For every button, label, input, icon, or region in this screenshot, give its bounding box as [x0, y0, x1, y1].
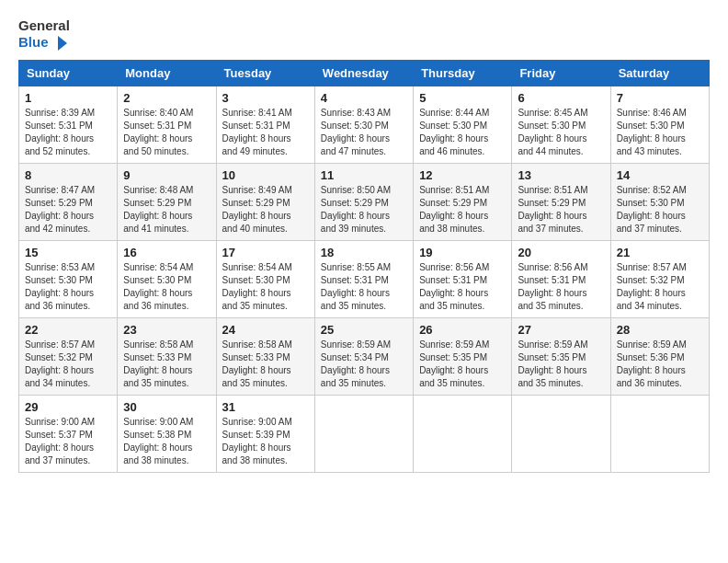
calendar-cell: 15Sunrise: 8:53 AM Sunset: 5:30 PM Dayli… — [19, 240, 118, 317]
day-number: 28 — [617, 323, 703, 337]
day-info: Sunrise: 8:46 AM Sunset: 5:30 PM Dayligh… — [617, 107, 703, 158]
day-info: Sunrise: 8:49 AM Sunset: 5:29 PM Dayligh… — [222, 184, 309, 236]
day-number: 18 — [321, 246, 407, 259]
day-number: 2 — [123, 91, 210, 105]
calendar-cell: 18Sunrise: 8:55 AM Sunset: 5:31 PM Dayli… — [314, 240, 413, 317]
calendar-cell: 12Sunrise: 8:51 AM Sunset: 5:29 PM Dayli… — [414, 163, 512, 240]
calendar-week-row: 1Sunrise: 8:39 AM Sunset: 5:31 PM Daylig… — [19, 86, 710, 163]
day-info: Sunrise: 8:41 AM Sunset: 5:31 PM Dayligh… — [222, 107, 309, 158]
calendar-cell: 24Sunrise: 8:58 AM Sunset: 5:33 PM Dayli… — [216, 317, 314, 395]
day-number: 15 — [25, 246, 111, 259]
day-number: 23 — [123, 323, 210, 337]
day-info: Sunrise: 8:56 AM Sunset: 5:31 PM Dayligh… — [419, 261, 506, 313]
day-info: Sunrise: 8:56 AM Sunset: 5:31 PM Dayligh… — [518, 261, 604, 313]
header-day-tuesday: Tuesday — [216, 60, 314, 86]
calendar-week-row: 8Sunrise: 8:47 AM Sunset: 5:29 PM Daylig… — [19, 163, 710, 240]
day-info: Sunrise: 8:54 AM Sunset: 5:30 PM Dayligh… — [123, 261, 210, 313]
header-day-sunday: Sunday — [19, 60, 118, 86]
day-number: 13 — [518, 168, 604, 182]
calendar-cell: 17Sunrise: 8:54 AM Sunset: 5:30 PM Dayli… — [216, 240, 314, 317]
day-info: Sunrise: 8:54 AM Sunset: 5:30 PM Dayligh… — [222, 261, 309, 313]
day-info: Sunrise: 8:57 AM Sunset: 5:32 PM Dayligh… — [25, 339, 111, 390]
day-number: 7 — [617, 91, 703, 105]
svg-marker-0 — [58, 36, 67, 51]
day-number: 12 — [419, 168, 506, 182]
day-info: Sunrise: 8:43 AM Sunset: 5:30 PM Dayligh… — [321, 107, 407, 158]
calendar-cell — [512, 395, 610, 472]
day-info: Sunrise: 8:59 AM Sunset: 5:35 PM Dayligh… — [419, 339, 506, 390]
day-number: 31 — [222, 400, 309, 414]
day-number: 26 — [419, 323, 506, 337]
day-number: 22 — [25, 323, 111, 337]
page-header: General Blue — [18, 18, 710, 52]
calendar-cell: 27Sunrise: 8:59 AM Sunset: 5:35 PM Dayli… — [512, 317, 610, 395]
logo-arrow-icon — [51, 34, 69, 52]
calendar-cell: 23Sunrise: 8:58 AM Sunset: 5:33 PM Dayli… — [118, 317, 216, 395]
day-info: Sunrise: 8:59 AM Sunset: 5:34 PM Dayligh… — [321, 339, 407, 390]
calendar-cell: 9Sunrise: 8:48 AM Sunset: 5:29 PM Daylig… — [118, 163, 216, 240]
calendar-cell: 14Sunrise: 8:52 AM Sunset: 5:30 PM Dayli… — [610, 163, 709, 240]
day-info: Sunrise: 8:52 AM Sunset: 5:30 PM Dayligh… — [617, 184, 703, 236]
day-number: 9 — [123, 168, 210, 182]
day-info: Sunrise: 8:39 AM Sunset: 5:31 PM Dayligh… — [25, 107, 111, 158]
day-number: 30 — [123, 400, 210, 414]
day-info: Sunrise: 8:48 AM Sunset: 5:29 PM Dayligh… — [123, 184, 210, 236]
day-number: 6 — [518, 91, 604, 105]
day-info: Sunrise: 8:58 AM Sunset: 5:33 PM Dayligh… — [222, 339, 309, 390]
calendar-cell: 3Sunrise: 8:41 AM Sunset: 5:31 PM Daylig… — [216, 86, 314, 163]
day-info: Sunrise: 8:51 AM Sunset: 5:29 PM Dayligh… — [419, 184, 506, 236]
logo-line2: Blue — [18, 35, 49, 51]
calendar-cell: 31Sunrise: 9:00 AM Sunset: 5:39 PM Dayli… — [216, 395, 314, 472]
day-number: 11 — [321, 168, 407, 182]
logo-line1: General — [18, 18, 70, 34]
calendar-cell: 21Sunrise: 8:57 AM Sunset: 5:32 PM Dayli… — [610, 240, 709, 317]
calendar-cell: 2Sunrise: 8:40 AM Sunset: 5:31 PM Daylig… — [118, 86, 216, 163]
calendar-cell: 25Sunrise: 8:59 AM Sunset: 5:34 PM Dayli… — [314, 317, 413, 395]
calendar-cell: 26Sunrise: 8:59 AM Sunset: 5:35 PM Dayli… — [414, 317, 512, 395]
day-info: Sunrise: 8:53 AM Sunset: 5:30 PM Dayligh… — [25, 261, 111, 313]
day-info: Sunrise: 8:47 AM Sunset: 5:29 PM Dayligh… — [25, 184, 111, 236]
day-number: 10 — [222, 168, 309, 182]
day-info: Sunrise: 8:55 AM Sunset: 5:31 PM Dayligh… — [321, 261, 407, 313]
header-day-saturday: Saturday — [610, 60, 709, 86]
day-number: 1 — [25, 91, 111, 105]
day-number: 4 — [321, 91, 407, 105]
calendar-cell: 19Sunrise: 8:56 AM Sunset: 5:31 PM Dayli… — [414, 240, 512, 317]
calendar-cell — [610, 395, 709, 472]
calendar-cell: 28Sunrise: 8:59 AM Sunset: 5:36 PM Dayli… — [610, 317, 709, 395]
calendar-cell: 4Sunrise: 8:43 AM Sunset: 5:30 PM Daylig… — [314, 86, 413, 163]
calendar-cell: 11Sunrise: 8:50 AM Sunset: 5:29 PM Dayli… — [314, 163, 413, 240]
day-number: 3 — [222, 91, 309, 105]
calendar-cell: 7Sunrise: 8:46 AM Sunset: 5:30 PM Daylig… — [610, 86, 709, 163]
calendar-cell: 16Sunrise: 8:54 AM Sunset: 5:30 PM Dayli… — [118, 240, 216, 317]
header-day-wednesday: Wednesday — [314, 60, 413, 86]
calendar-header-row: SundayMondayTuesdayWednesdayThursdayFrid… — [19, 60, 710, 86]
day-info: Sunrise: 8:59 AM Sunset: 5:36 PM Dayligh… — [617, 339, 703, 390]
day-info: Sunrise: 9:00 AM Sunset: 5:38 PM Dayligh… — [123, 416, 210, 467]
day-info: Sunrise: 8:59 AM Sunset: 5:35 PM Dayligh… — [518, 339, 604, 390]
calendar-cell: 5Sunrise: 8:44 AM Sunset: 5:30 PM Daylig… — [414, 86, 512, 163]
header-day-thursday: Thursday — [414, 60, 512, 86]
day-number: 24 — [222, 323, 309, 337]
logo: General Blue — [18, 18, 70, 52]
calendar-cell: 30Sunrise: 9:00 AM Sunset: 5:38 PM Dayli… — [118, 395, 216, 472]
logo-graphic: General Blue — [18, 18, 70, 52]
calendar-cell: 29Sunrise: 9:00 AM Sunset: 5:37 PM Dayli… — [19, 395, 118, 472]
day-number: 8 — [25, 168, 111, 182]
calendar-cell: 6Sunrise: 8:45 AM Sunset: 5:30 PM Daylig… — [512, 86, 610, 163]
calendar-cell: 10Sunrise: 8:49 AM Sunset: 5:29 PM Dayli… — [216, 163, 314, 240]
day-info: Sunrise: 9:00 AM Sunset: 5:39 PM Dayligh… — [222, 416, 309, 467]
calendar-cell — [314, 395, 413, 472]
day-number: 19 — [419, 246, 506, 259]
day-number: 16 — [123, 246, 210, 259]
day-number: 5 — [419, 91, 506, 105]
calendar-cell — [414, 395, 512, 472]
day-info: Sunrise: 8:57 AM Sunset: 5:32 PM Dayligh… — [617, 261, 703, 313]
day-info: Sunrise: 9:00 AM Sunset: 5:37 PM Dayligh… — [25, 416, 111, 467]
calendar-cell: 1Sunrise: 8:39 AM Sunset: 5:31 PM Daylig… — [19, 86, 118, 163]
header-day-monday: Monday — [118, 60, 216, 86]
calendar-cell: 8Sunrise: 8:47 AM Sunset: 5:29 PM Daylig… — [19, 163, 118, 240]
day-number: 29 — [25, 400, 111, 414]
day-info: Sunrise: 8:45 AM Sunset: 5:30 PM Dayligh… — [518, 107, 604, 158]
day-number: 25 — [321, 323, 407, 337]
